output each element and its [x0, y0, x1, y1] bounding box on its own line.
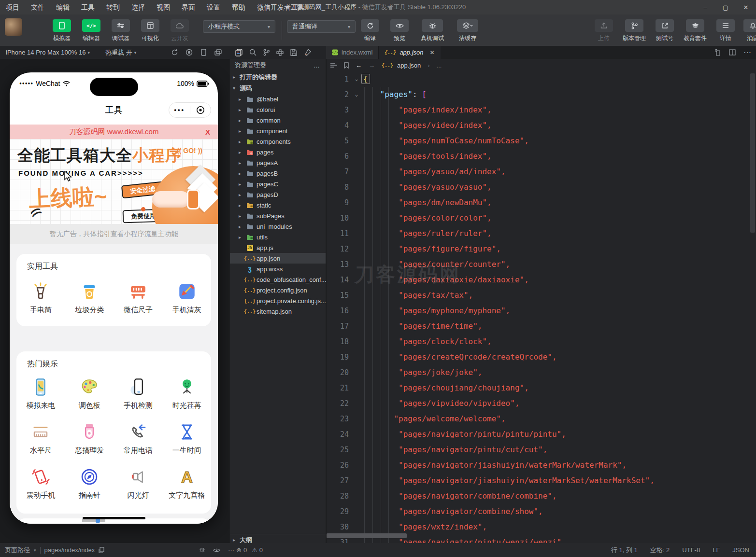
education-suite-button[interactable]: 教育套件: [680, 19, 710, 42]
code-line[interactable]: 29 "pages/navigator/combine/show",: [327, 504, 756, 519]
debugger-toggle-button[interactable]: 调试器: [109, 19, 132, 42]
explorer-item-babel[interactable]: @babel: [230, 94, 326, 104]
clear-cache-button[interactable]: 清缓存: [454, 19, 482, 42]
files-panel-icon[interactable]: [235, 49, 242, 56]
more-icon[interactable]: ⋯: [228, 546, 235, 554]
minimize-app-button[interactable]: [190, 103, 211, 117]
code-line[interactable]: 27 "pages/navigator/jiashuiyin/waterMark…: [327, 473, 756, 488]
menu-tools[interactable]: 工具: [75, 0, 100, 14]
code-line[interactable]: 23 "pages/welcome/welcome",: [327, 411, 756, 427]
preview-button[interactable]: 预览: [388, 19, 411, 42]
encoding-setting[interactable]: UTF-8: [682, 546, 700, 554]
code-line[interactable]: 2⌄ "pages": [: [327, 87, 756, 102]
code-line[interactable]: 9 "pages/dm/newDanMu",: [327, 195, 756, 210]
hot-reload-toggle[interactable]: 热重载 开: [105, 48, 132, 57]
menu-file[interactable]: 文件: [25, 0, 50, 14]
code-line[interactable]: 15 "pages/tax/tax",: [327, 288, 756, 303]
explorer-item-pagesB[interactable]: pagesB: [230, 168, 326, 179]
language-mode[interactable]: JSON: [732, 546, 749, 554]
watch-icon[interactable]: [213, 548, 220, 553]
explorer-item-obfuscation-config[interactable]: {..}code_obfuscation_conf...: [230, 274, 326, 285]
explorer-item-static[interactable]: static: [230, 200, 326, 210]
code-line[interactable]: 22 "pages/vipvideo/vipvideo",: [327, 396, 756, 411]
code-line[interactable]: 18 "pages/clock/clock",: [327, 334, 756, 349]
explorer-item-component[interactable]: component: [230, 125, 326, 136]
code-line[interactable]: 21 "pages/choujiang/choujiang",: [327, 380, 756, 396]
tool-fake-call[interactable]: 模拟来电: [16, 376, 65, 410]
code-line[interactable]: 19 "pages/createQrcode/createQrcode",: [327, 349, 756, 365]
explorer-item-pages[interactable]: pages: [230, 147, 326, 157]
code-line[interactable]: 14 "pages/daxiaoxie/daxiaoxie",: [327, 272, 756, 288]
open-changes-icon[interactable]: [714, 49, 721, 56]
mode-select[interactable]: 小程序模式▾: [203, 20, 275, 33]
code-line[interactable]: 26 "pages/navigator/jiashuiyin/waterMark…: [327, 458, 756, 473]
cloud-dev-button[interactable]: 云开发: [168, 19, 191, 42]
tool-phone-check[interactable]: 手机检测: [114, 376, 163, 410]
explorer-item-app-js[interactable]: JSapp.js: [230, 242, 326, 253]
editor-toggle-button[interactable]: </> 编辑器: [80, 19, 103, 42]
compile-mode-select[interactable]: 普通编译▾: [287, 20, 356, 33]
record-icon[interactable]: [182, 49, 196, 56]
hero-ad[interactable]: 全能工具箱大全小程序 (( GO! )) FOUND MOVING A CAR>…: [10, 139, 218, 224]
code-line[interactable]: 16 "pages/myphone/myphone",: [327, 303, 756, 319]
menu-goto[interactable]: 转到: [100, 0, 126, 14]
copy-icon[interactable]: [99, 547, 104, 553]
tool-wechat-ruler[interactable]: 微信尺子: [114, 280, 163, 315]
code-line[interactable]: 11 "pages/ruler/ruler",: [327, 226, 756, 241]
version-control-button[interactable]: 版本管理: [619, 19, 649, 42]
theme-brush-icon[interactable]: [304, 49, 311, 56]
code-line[interactable]: 12 "pages/figure/figure",: [327, 241, 756, 257]
messages-button[interactable]: 消息: [741, 19, 756, 42]
section-source[interactable]: 源码: [230, 83, 326, 94]
close-button[interactable]: ✕: [736, 0, 756, 14]
details-button[interactable]: 详情: [714, 19, 737, 42]
code-line[interactable]: 6 "pages/tools/index",: [327, 149, 756, 164]
section-open-editors[interactable]: 打开的编辑器: [230, 71, 326, 83]
extensions-panel-icon[interactable]: [276, 49, 284, 56]
explorer-item-app-json[interactable]: {..}app.json: [230, 253, 326, 264]
more-actions-icon[interactable]: ⋯: [743, 48, 752, 57]
tool-level-ruler[interactable]: 水平尺: [16, 421, 65, 455]
indent-setting[interactable]: 空格: 2: [650, 546, 670, 555]
tool-compass[interactable]: 指南针: [65, 466, 114, 500]
fold-icon[interactable]: ⌄: [352, 71, 361, 87]
code-line[interactable]: 20 "pages/joke/joke",: [327, 365, 756, 380]
rotate-device-icon[interactable]: [167, 49, 182, 56]
code-line[interactable]: 5 "pages/numToCase/numToCase",: [327, 133, 756, 149]
explorer-item-sitemap[interactable]: {..}sitemap.json: [230, 306, 326, 317]
simulator-toggle-button[interactable]: 模拟器: [50, 19, 73, 42]
code-line[interactable]: 3 "pages/index/index",: [327, 102, 756, 118]
maximize-button[interactable]: ▢: [715, 0, 736, 14]
code-line[interactable]: 28 "pages/navigator/combine/combine",: [327, 488, 756, 504]
menu-select[interactable]: 选择: [126, 0, 151, 14]
explorer-item-subPages[interactable]: subPages: [230, 210, 326, 221]
close-banner-icon[interactable]: X: [205, 128, 210, 136]
compile-button[interactable]: 编译: [358, 19, 382, 42]
visualizer-toggle-button[interactable]: 可视化: [139, 19, 162, 42]
upload-button[interactable]: 上传: [592, 19, 615, 42]
menu-interface[interactable]: 界面: [176, 0, 201, 14]
code-line[interactable]: 30 "pages/wxtz/index",: [327, 519, 756, 535]
debug-icon[interactable]: [199, 547, 205, 553]
bookmark-icon[interactable]: [344, 62, 349, 69]
explorer-item-components[interactable]: components: [230, 136, 326, 147]
tool-common-phones[interactable]: 常用电话: [114, 421, 163, 455]
search-panel-icon[interactable]: [249, 49, 257, 56]
code-line[interactable]: 7 "pages/yasuo/ad/index",: [327, 164, 756, 180]
explorer-item-project-private-config[interactable]: {..}project.private.config.js...: [230, 295, 326, 306]
editor-vertical-scrollbar[interactable]: [750, 73, 755, 233]
code-line[interactable]: 17 "pages/time/time",: [327, 319, 756, 334]
outline-list-icon[interactable]: [330, 63, 337, 68]
code-area[interactable]: 1⌄{ 2⌄ "pages": [ 3 "pages/index/index",…: [327, 71, 756, 543]
code-line[interactable]: 8 "pages/yasuo/yasuo",: [327, 180, 756, 195]
menu-edit[interactable]: 编辑: [50, 0, 75, 14]
explorer-item-pagesD[interactable]: pagesD: [230, 189, 326, 200]
editor-horizontal-scrollbar[interactable]: [327, 533, 407, 538]
explorer-item-pagesC[interactable]: pagesC: [230, 179, 326, 189]
git-panel-icon[interactable]: [263, 49, 270, 56]
tool-palette[interactable]: 调色板: [65, 376, 114, 410]
menu-help[interactable]: 帮助: [226, 0, 251, 14]
explorer-item-pagesA[interactable]: pagesA: [230, 157, 326, 168]
nav-back-icon[interactable]: ←: [356, 62, 362, 69]
device-frame-icon[interactable]: [196, 49, 211, 56]
